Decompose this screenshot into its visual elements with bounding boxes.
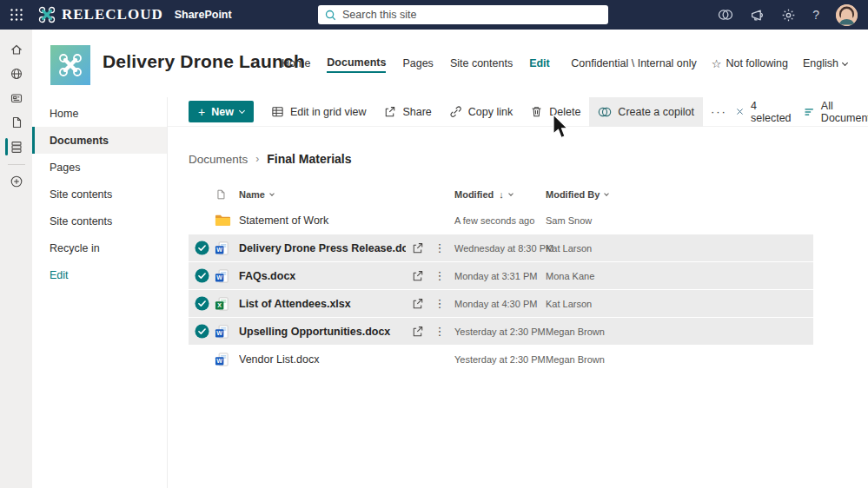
- modified-date: Monday at 4:30 PM: [451, 299, 542, 309]
- sidebar-item-recycle-bin[interactable]: Recycle in: [32, 234, 167, 261]
- clear-selection-button[interactable]: 4 selected: [735, 100, 793, 124]
- folder-icon: [215, 214, 231, 228]
- relecloud-logo[interactable]: RELECLOUD: [38, 6, 163, 23]
- share-button[interactable]: Share: [374, 97, 440, 127]
- more-actions-icon[interactable]: ⋮: [434, 326, 446, 337]
- site-nav-documents[interactable]: Documents: [327, 54, 386, 73]
- command-bar: + New Edit in grid view Share Copy link …: [168, 97, 868, 127]
- rail-pages-icon[interactable]: [0, 110, 32, 135]
- file-name[interactable]: Statement of Work: [239, 214, 328, 227]
- plus-icon: +: [198, 105, 205, 119]
- action-label: Share: [402, 106, 431, 118]
- column-header-name[interactable]: Name: [239, 189, 406, 200]
- sidebar-item-documents[interactable]: Documents: [32, 127, 167, 154]
- table-header-row: Name Modified↓ Modified By: [189, 182, 813, 207]
- site-nav-edit[interactable]: Edit: [529, 55, 550, 72]
- svg-text:W: W: [216, 247, 222, 254]
- file-name[interactable]: Vendor List.docx: [239, 353, 319, 366]
- modified-date: Monday at 3:31 PM: [451, 271, 542, 281]
- new-button[interactable]: + New: [189, 101, 254, 122]
- table-row-file[interactable]: W Upselling Opportunities.docx ⋮ Yesterd…: [189, 318, 813, 345]
- word-file-icon: W: [215, 268, 229, 284]
- sidebar-item-pages[interactable]: Pages: [32, 154, 167, 181]
- modified-by: Kat Larson: [542, 299, 813, 309]
- rail-divider: [8, 164, 25, 165]
- search-box[interactable]: [318, 5, 608, 24]
- copy-link-button[interactable]: Copy link: [441, 97, 521, 127]
- megaphone-icon[interactable]: [750, 8, 765, 23]
- suite-bar: RELECLOUD SharePoint ?: [0, 0, 868, 30]
- copilot-icon[interactable]: [718, 7, 733, 23]
- file-name[interactable]: Upselling Opportunities.docx: [239, 326, 390, 338]
- modified-by: Sam Snow: [542, 215, 813, 226]
- table-row-file[interactable]: W Delivery Drone Press Release.docx ⋮ We…: [189, 234, 813, 261]
- table-row-file[interactable]: X List of Attendees.xlsx ⋮ Monday at 4:3…: [189, 290, 813, 317]
- column-header-modified-by[interactable]: Modified By: [542, 189, 813, 200]
- edit-in-grid-view-button[interactable]: Edit in grid view: [262, 97, 375, 127]
- file-name[interactable]: List of Attendees.xlsx: [239, 298, 351, 310]
- column-header-modified[interactable]: Modified↓: [451, 189, 542, 200]
- more-actions-icon[interactable]: ⋮: [434, 298, 446, 309]
- modified-date: Yesterday at 2:30 PM: [451, 354, 542, 365]
- svg-text:X: X: [217, 302, 222, 309]
- share-row-icon[interactable]: [411, 297, 424, 310]
- share-row-icon[interactable]: [411, 269, 424, 282]
- action-label: Edit in grid view: [290, 106, 367, 118]
- sidebar-item-site-contents-2[interactable]: Site contents: [32, 208, 167, 234]
- table-row-file[interactable]: W FAQs.docx ⋮ Monday at 3:31 PM Mona Kan…: [189, 262, 813, 289]
- file-type-column-icon[interactable]: [215, 188, 227, 201]
- site-nav-home[interactable]: Home: [282, 55, 310, 72]
- table-row-file[interactable]: W Vendor List.docx Yesterday at 2:30 PM …: [189, 346, 813, 373]
- chevron-down-icon: [269, 191, 275, 196]
- selected-check-icon[interactable]: [195, 296, 209, 311]
- more-actions-icon[interactable]: ⋮: [434, 242, 446, 254]
- share-row-icon[interactable]: [411, 241, 424, 254]
- rail-news-icon[interactable]: [0, 86, 32, 110]
- sidebar-item-site-contents-1[interactable]: Site contents: [32, 181, 167, 208]
- create-copilot-button[interactable]: Create a copilot: [589, 97, 703, 127]
- breadcrumb-documents[interactable]: Documents: [189, 153, 248, 166]
- app-launcher-waffle-icon[interactable]: [10, 8, 23, 22]
- table-row-folder[interactable]: Statement of Work A few seconds ago Sam …: [189, 207, 813, 234]
- help-icon[interactable]: ?: [812, 8, 819, 22]
- document-list: Name Modified↓ Modified By Statement of …: [189, 182, 813, 373]
- settings-gear-icon[interactable]: [781, 8, 796, 23]
- link-icon: [449, 105, 462, 118]
- chevron-down-icon: [508, 191, 514, 196]
- language-label: English: [803, 57, 838, 69]
- rail-library-icon[interactable]: [0, 135, 32, 159]
- star-icon: ☆: [712, 57, 722, 70]
- file-name[interactable]: FAQs.docx: [239, 270, 295, 282]
- breadcrumb-separator: ›: [255, 153, 259, 165]
- site-title: Delivery Drone Launch: [103, 51, 305, 72]
- search-input[interactable]: [342, 9, 601, 21]
- breadcrumb: Documents › Final Materials: [189, 152, 352, 166]
- follow-button[interactable]: ☆ Not following: [712, 57, 788, 70]
- user-avatar[interactable]: [836, 4, 858, 26]
- app-rail: [0, 30, 32, 488]
- selected-check-icon[interactable]: [195, 324, 209, 339]
- share-row-icon[interactable]: [411, 325, 424, 338]
- more-actions-icon[interactable]: ⋮: [434, 270, 446, 281]
- sidebar-item-home[interactable]: Home: [32, 100, 167, 127]
- site-header: Delivery Drone Launch Home Documents Pag…: [32, 30, 868, 97]
- overflow-menu-button[interactable]: ···: [703, 105, 735, 118]
- drone-site-icon: [57, 52, 83, 78]
- rail-globe-icon[interactable]: [0, 62, 32, 86]
- word-file-icon: W: [215, 324, 229, 340]
- selected-check-icon[interactable]: [195, 268, 209, 283]
- site-nav: Home Documents Pages Site contents Edit: [282, 30, 550, 97]
- selected-count: 4 selected: [751, 100, 792, 124]
- delete-button[interactable]: Delete: [521, 97, 589, 127]
- chevron-down-icon: [239, 108, 245, 114]
- selected-check-icon[interactable]: [195, 241, 209, 255]
- site-nav-site-contents[interactable]: Site contents: [450, 55, 513, 72]
- file-name[interactable]: Delivery Drone Press Release.docx: [239, 242, 406, 254]
- rail-add-icon[interactable]: [0, 169, 32, 194]
- sidebar-item-edit[interactable]: Edit: [32, 261, 167, 288]
- site-logo[interactable]: [50, 45, 90, 85]
- language-selector[interactable]: English: [803, 57, 847, 69]
- view-selector[interactable]: All Documents: [804, 100, 868, 124]
- rail-home-icon[interactable]: [0, 37, 32, 62]
- site-nav-pages[interactable]: Pages: [402, 55, 433, 72]
